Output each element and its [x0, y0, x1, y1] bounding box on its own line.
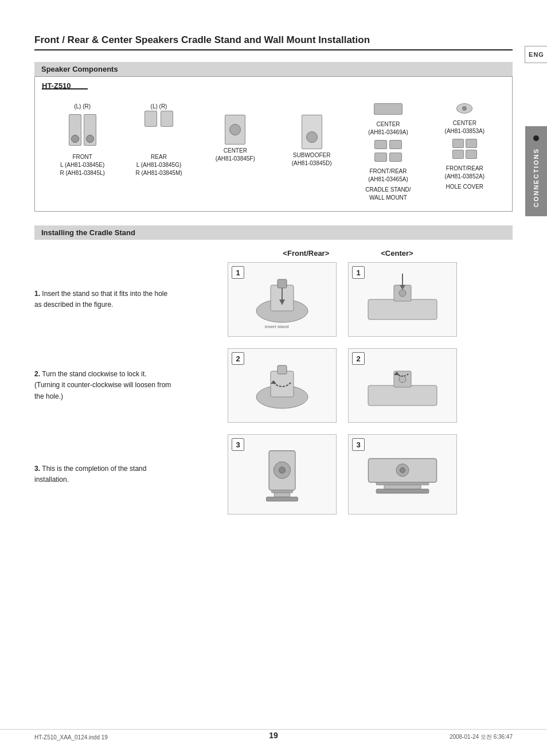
- rear-left: [144, 111, 157, 127]
- cradle-extra-label: CRADLE STAND/WALL MOUNT: [365, 186, 411, 202]
- step-2-front-badge: 2: [232, 352, 244, 365]
- front-cone-right: [86, 135, 94, 143]
- step-3-row: 3. This is the completion of the stand i…: [34, 434, 513, 515]
- hole-grid: [452, 139, 477, 159]
- svg-rect-28: [376, 482, 429, 485]
- svg-rect-24: [267, 497, 298, 501]
- step-2-front-img: 2: [228, 348, 337, 423]
- cradle-center-label: CENTER(AH81-03469A): [368, 120, 408, 137]
- center-label: CENTER(AH81-03845F): [216, 147, 255, 163]
- svg-rect-29: [384, 485, 421, 489]
- cradle-front-unit-3: [374, 153, 387, 162]
- svg-rect-22: [272, 490, 293, 493]
- install-header: Installing the Cradle Stand: [34, 225, 513, 240]
- center-col-label: <Center>: [381, 249, 413, 258]
- hole-center-unit: [456, 103, 472, 114]
- rear-label: REARL (AH81-03845G)R (AH81-03845M): [135, 153, 182, 177]
- step-3-images: 3 3: [172, 434, 513, 515]
- step-3-center-svg: [357, 443, 448, 506]
- speaker-cradle: CENTER(AH81-03469A) FRONT/REAR(AH81-0346…: [350, 103, 426, 202]
- step-1-front-svg: insert stand: [236, 268, 328, 331]
- front-speaker-img: [65, 111, 100, 151]
- rear-right: [161, 111, 173, 127]
- step-2-center-badge: 2: [352, 352, 365, 365]
- hole-unit-2: [466, 139, 477, 148]
- column-labels: <Front/Rear> <Center>: [183, 249, 513, 258]
- step-2-description: Turn the stand clockwise to lock it. (Tu…: [34, 370, 171, 400]
- step-3-front-svg: [236, 443, 328, 506]
- front-label: FRONTL (AH81-03845E)R (AH81-03845L): [60, 153, 104, 177]
- svg-point-27: [400, 467, 405, 473]
- cradle-front-rear-label: FRONT/REAR(AH81-03465A): [368, 167, 408, 184]
- install-section: Installing the Cradle Stand <Front/Rear>…: [34, 225, 513, 526]
- page-title: Front / Rear & Center Speakers Cradle St…: [34, 34, 513, 50]
- speaker-hole-cover: CENTER(AH81-03853A) FRONT/REAR(AH81-0385…: [427, 103, 503, 191]
- cradle-front-unit-2: [389, 140, 402, 149]
- step-1-images: 1 insert stand 1: [172, 262, 513, 337]
- hole-unit-3: [452, 150, 464, 159]
- speaker-front: (L) (R) FRONTL (AH81-03845E)R (AH81-0384…: [44, 103, 120, 177]
- hole-cover-label: HOLE COVER: [446, 183, 484, 191]
- connections-label: CONNECTIONS: [533, 148, 540, 207]
- step-3-front-badge: 3: [232, 438, 244, 451]
- cradle-center-unit: [374, 103, 403, 115]
- step-3-front-img: 3: [228, 434, 337, 515]
- step-1-center-img: 1: [348, 262, 457, 337]
- front-rear-col-label: <Front/Rear>: [283, 249, 329, 258]
- step-3-description: This is the completion of the stand inst…: [34, 465, 146, 484]
- subwoofer-cone: [306, 131, 318, 143]
- right-sidebar: ENG CONNECTIONS: [525, 0, 547, 756]
- svg-text:insert stand: insert stand: [265, 324, 288, 329]
- hole-unit-1: [452, 139, 464, 148]
- cradle-front-unit-1: [374, 140, 387, 149]
- step-1-center-svg: [357, 268, 448, 331]
- step-1-num: 1.: [34, 290, 42, 298]
- front-speaker-left: [69, 114, 81, 146]
- hole-center-label: CENTER(AH81-03853A): [445, 119, 485, 135]
- page-container: Front / Rear & Center Speakers Cradle St…: [0, 0, 547, 756]
- speaker-rear: (L) (R) REARL (AH81-03845G)R (AH81-03845…: [120, 103, 197, 177]
- step-2-images: 2 2: [172, 348, 513, 423]
- subwoofer-body: [302, 115, 322, 149]
- step-1-description: Insert the stand so that it fits into th…: [34, 290, 167, 309]
- step-1-text: 1. Insert the stand so that it fits into…: [34, 289, 172, 310]
- speaker-subwoofer: SUBWOOFER(AH81-03845D): [274, 103, 350, 167]
- svg-rect-30: [376, 489, 429, 493]
- svg-rect-13: [278, 365, 287, 374]
- speaker-components-box: HT-Z510 (L) (R) FRONTL (AH81-03845E: [34, 76, 513, 212]
- step-2-text: 2. Turn the stand clockwise to lock it. …: [34, 369, 172, 402]
- hole-front-rear-label: FRONT/REAR(AH81-03852A): [445, 165, 485, 181]
- rear-img: [139, 111, 179, 151]
- footer-left: HT-Z510_XAA_0124.indd 19: [34, 734, 108, 741]
- svg-rect-12: [271, 371, 294, 397]
- front-speaker-right: [84, 114, 96, 146]
- center-body: [225, 115, 245, 145]
- footer-right: 2008-01-24 오전 6:36:47: [450, 733, 513, 741]
- step-1-front-img: 1 insert stand: [228, 262, 337, 337]
- svg-point-21: [279, 467, 286, 473]
- page-number: 19: [269, 731, 278, 740]
- cradle-front-rear-pair-2: [374, 153, 402, 162]
- cradle-front-rear-pair: [374, 140, 402, 149]
- speaker-center: CENTER(AH81-03845F): [197, 103, 274, 163]
- step-3-num: 3.: [34, 465, 42, 473]
- svg-rect-6: [368, 299, 437, 319]
- step-1-center-badge: 1: [352, 266, 365, 279]
- step-2-num: 2.: [34, 370, 42, 378]
- step-2-row: 2. Turn the stand clockwise to lock it. …: [34, 348, 513, 423]
- step-2-front-svg: [236, 354, 328, 417]
- connections-dot: [533, 135, 539, 141]
- step-1-row: 1. Insert the stand so that it fits into…: [34, 262, 513, 337]
- lang-tab: ENG: [525, 46, 547, 63]
- hole-center-dot: [462, 106, 467, 111]
- cradle-center-col: CENTER(AH81-03469A) FRONT/REAR(AH81-0346…: [368, 103, 408, 184]
- hole-unit-4: [466, 150, 477, 159]
- steps-container: 1. Insert the stand so that it fits into…: [34, 262, 513, 526]
- center-cone: [229, 124, 241, 135]
- cradle-front-unit-4: [389, 153, 402, 162]
- svg-rect-15: [368, 385, 437, 406]
- step-2-center-img: 2: [348, 348, 457, 423]
- model-underline: [42, 88, 88, 89]
- speaker-components-inner: (L) (R) FRONTL (AH81-03845E)R (AH81-0384…: [44, 98, 503, 202]
- subwoofer-label: SUBWOOFER(AH81-03845D): [292, 151, 332, 167]
